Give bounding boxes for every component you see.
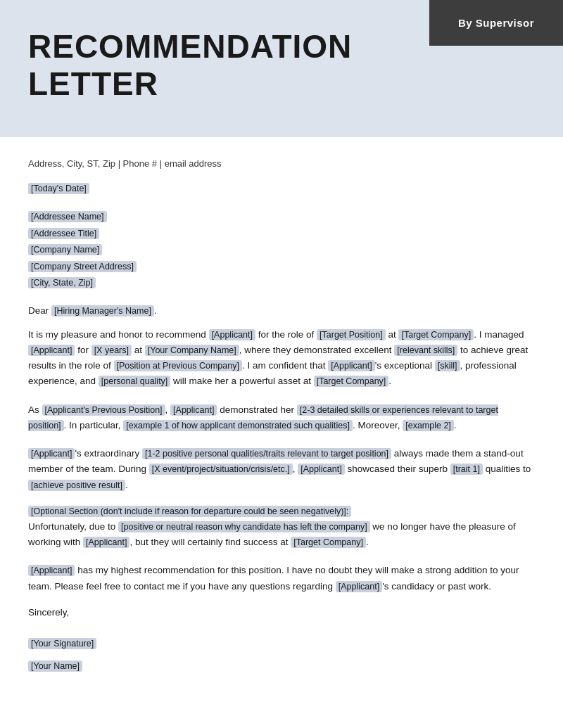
- p1-your-company: [Your Company Name]: [145, 345, 239, 356]
- company-name-field: [Company Name]: [28, 244, 102, 255]
- p3-achieve-result: [achieve positive result]: [28, 480, 125, 491]
- p3-text-1: 's extraordinary: [75, 448, 142, 459]
- p2-text-3: demonstrated her: [217, 404, 296, 415]
- opt-text-3: , but they will certainly find success a…: [129, 537, 291, 547]
- opt-positive-reason: [positive or neutral reason why candidat…: [118, 521, 370, 532]
- date-block: [Today's Date]: [28, 181, 535, 194]
- p4-text-2: 's candidacy or past work.: [382, 581, 491, 592]
- p4-applicant: [Applicant]: [28, 565, 75, 576]
- address-block: [Addressee Name] [Addressee Title] [Comp…: [28, 208, 535, 291]
- optional-paragraph: Unfortunately, due to [positive or neutr…: [28, 519, 535, 551]
- p3-text-5: qualities to: [483, 464, 531, 474]
- paragraph-2: As [Applicant's Previous Position], [App…: [28, 402, 535, 434]
- signature-block: [Your Signature] [Your Name]: [28, 632, 535, 677]
- optional-section: [Optional Section (don't include if reas…: [28, 506, 535, 551]
- page-title: RECOMMENDATION LETTER: [28, 21, 450, 103]
- letter-body: Address, City, ST, Zip | Phone # | email…: [0, 137, 563, 705]
- contact-line: Address, City, ST, Zip | Phone # | email…: [28, 158, 535, 169]
- p4-applicant-2: [Applicant]: [336, 581, 382, 592]
- optional-label: [Optional Section (don't include if reas…: [28, 506, 535, 516]
- header-banner: By Supervisor RECOMMENDATION LETTER: [0, 0, 563, 137]
- p1-text-1: It is my pleasure and honor to recommend: [28, 329, 209, 340]
- p1-position-prev: [Position at Previous Company]: [114, 360, 242, 371]
- p1-target-company-2: [Target Company]: [314, 376, 389, 387]
- p1-target-position: [Target Position]: [317, 329, 386, 340]
- p1-text-10: 's exceptional: [375, 360, 435, 371]
- p1-text-3: at: [386, 329, 399, 340]
- p1-text-6: at: [132, 345, 145, 355]
- your-signature-field: [Your Signature]: [28, 638, 96, 649]
- p2-prev-position: [Applicant's Previous Position]: [42, 404, 165, 416]
- p3-text-4: showcased their superb: [345, 464, 450, 474]
- today-date-field: [Today's Date]: [28, 183, 89, 194]
- salutation-prefix: Dear: [28, 305, 51, 316]
- salutation: Dear [Hiring Manager's Name].: [28, 305, 535, 316]
- p2-applicant: [Applicant]: [170, 404, 217, 416]
- company-street-field: [Company Street Address]: [28, 261, 137, 272]
- closing-text: Sincerely,: [28, 607, 69, 618]
- p3-text-6: .: [125, 480, 128, 490]
- p1-text-12: will make her a powerful asset at: [170, 376, 313, 386]
- p2-text-1: As: [28, 404, 42, 415]
- city-state-zip-field: [City, State, Zip]: [28, 277, 96, 288]
- p1-relevant-skills: [relevant skills]: [394, 345, 457, 356]
- p1-x-years: [X years]: [91, 345, 132, 356]
- p1-skill: [skill]: [435, 360, 460, 371]
- opt-target-company: [Target Company]: [291, 537, 366, 548]
- p2-example1: [example 1 of how applicant demonstrated…: [123, 420, 353, 431]
- p2-text-4: . In particular,: [64, 420, 124, 430]
- opt-text-1: Unfortunately, due to: [28, 521, 118, 532]
- p3-x-event: [X event/project/situation/crisis/etc.]: [149, 464, 293, 475]
- p1-personal-quality: [personal quality]: [99, 376, 171, 387]
- p1-applicant-3: [Applicant]: [328, 360, 374, 371]
- opt-applicant: [Applicant]: [83, 537, 129, 548]
- p3-positive-traits: [1-2 positive personal qualities/traits …: [142, 448, 391, 459]
- p1-text-9: . I am confident that: [242, 360, 328, 371]
- p3-trait1: [trait 1]: [450, 464, 483, 475]
- p1-target-company: [Target Company]: [398, 329, 474, 340]
- p2-text-5: . Moreover,: [353, 420, 403, 430]
- p2-example2: [example 2]: [403, 420, 454, 431]
- p3-applicant: [Applicant]: [28, 448, 75, 459]
- p1-text-7: , where they demonstrated excellent: [239, 345, 395, 355]
- hiring-manager-field: [Hiring Manager's Name]: [51, 305, 154, 317]
- opt-text-4: .: [366, 537, 369, 547]
- closing: Sincerely,: [28, 607, 535, 618]
- paragraph-3: [Applicant]'s extraordinary [1-2 positiv…: [28, 446, 535, 493]
- p1-applicant: [Applicant]: [209, 329, 255, 340]
- your-name-field: [Your Name]: [28, 660, 82, 672]
- salutation-suffix: .: [154, 305, 157, 316]
- p1-text-13: .: [388, 376, 391, 386]
- paragraph-4: [Applicant] has my highest recommendatio…: [28, 563, 535, 594]
- p2-text-2: ,: [165, 404, 171, 415]
- addressee-title-field: [Addressee Title]: [28, 228, 99, 239]
- p1-applicant-2: [Applicant]: [28, 345, 75, 356]
- addressee-name-field: [Addressee Name]: [28, 211, 107, 222]
- paragraph-1: It is my pleasure and honor to recommend…: [28, 327, 535, 390]
- badge-label: By Supervisor: [458, 17, 534, 29]
- p3-applicant-2: [Applicant]: [298, 464, 344, 475]
- p1-text-2: for the role of: [255, 329, 317, 340]
- p2-text-6: .: [454, 420, 457, 430]
- contact-text: Address, City, ST, Zip | Phone # | email…: [28, 158, 222, 169]
- by-supervisor-badge: By Supervisor: [429, 0, 563, 46]
- optional-label-field: [Optional Section (don't include if reas…: [28, 506, 351, 517]
- p1-text-4: . I managed: [474, 329, 524, 340]
- p1-text-5: for: [75, 345, 91, 355]
